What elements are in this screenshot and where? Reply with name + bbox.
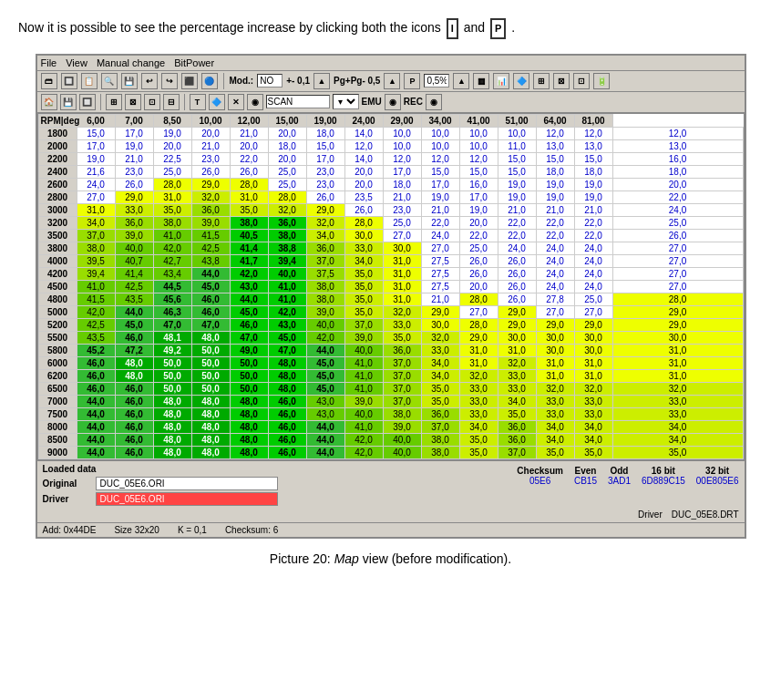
cell-7500-8[interactable]: 38,0 <box>383 407 421 420</box>
cell-5800-5[interactable]: 47,0 <box>268 344 306 356</box>
cell-6500-1[interactable]: 46,0 <box>115 382 153 395</box>
cell-3200-1[interactable]: 36,0 <box>115 216 153 229</box>
cell-1800-12[interactable]: 12,0 <box>536 127 574 139</box>
cell-4200-6[interactable]: 37,5 <box>306 267 344 280</box>
cell-3800-2[interactable]: 42,0 <box>153 242 191 254</box>
cell-4500-5[interactable]: 41,0 <box>268 280 306 293</box>
cell-3200-8[interactable]: 25,0 <box>383 216 421 229</box>
cell-4200-2[interactable]: 43,4 <box>153 267 191 280</box>
cell-2600-4[interactable]: 28,0 <box>230 178 268 190</box>
toolbar-icon-6[interactable]: ↩ <box>141 73 158 89</box>
cell-7500-7[interactable]: 40,0 <box>344 407 383 420</box>
cell-4500-1[interactable]: 42,5 <box>115 280 153 293</box>
cell-1800-11[interactable]: 10,0 <box>498 127 536 139</box>
cell-9000-14[interactable]: 35,0 <box>612 446 743 458</box>
toolbar-icon-2[interactable]: 🔲 <box>61 73 77 89</box>
cell-8000-11[interactable]: 36,0 <box>498 420 536 433</box>
cell-2000-7[interactable]: 12,0 <box>344 139 383 152</box>
cell-2800-2[interactable]: 31,0 <box>153 190 191 203</box>
cell-5000-6[interactable]: 39,0 <box>306 305 344 318</box>
cell-2000-13[interactable]: 13,0 <box>574 139 612 152</box>
cell-8500-10[interactable]: 35,0 <box>459 433 498 446</box>
toolbar2-icon-9[interactable]: 🔷 <box>209 94 225 110</box>
cell-6200-13[interactable]: 31,0 <box>574 369 612 382</box>
cell-5200-13[interactable]: 29,0 <box>574 318 612 331</box>
cell-3200-2[interactable]: 38,0 <box>153 216 191 229</box>
toolbar-icon-t6[interactable]: ⊡ <box>573 73 590 89</box>
cell-9000-3[interactable]: 48,0 <box>191 446 230 458</box>
toolbar-icon-1[interactable]: 🗃 <box>41 73 57 89</box>
cell-1800-9[interactable]: 10,0 <box>421 127 459 139</box>
cell-6200-2[interactable]: 50,0 <box>153 369 191 382</box>
cell-9000-5[interactable]: 46,0 <box>268 446 306 458</box>
cell-1800-4[interactable]: 21,0 <box>230 127 268 139</box>
cell-3500-4[interactable]: 40,5 <box>230 229 268 242</box>
cell-2800-3[interactable]: 32,0 <box>191 190 230 203</box>
cell-3000-13[interactable]: 21,0 <box>574 203 612 216</box>
cell-3000-1[interactable]: 33,0 <box>115 203 153 216</box>
table-row[interactable]: 220019,021,022,523,022,020,017,014,012,0… <box>38 152 743 165</box>
cell-2800-9[interactable]: 19,0 <box>421 190 459 203</box>
cell-7000-3[interactable]: 48,0 <box>191 395 230 407</box>
cell-3500-13[interactable]: 22,0 <box>574 229 612 242</box>
cell-2400-9[interactable]: 15,0 <box>421 165 459 178</box>
cell-4000-9[interactable]: 27,5 <box>421 254 459 267</box>
cell-5500-5[interactable]: 45,0 <box>268 331 306 344</box>
cell-7000-0[interactable]: 44,0 <box>77 395 115 407</box>
cell-4000-5[interactable]: 39,4 <box>268 254 306 267</box>
cell-6000-7[interactable]: 41,0 <box>344 356 383 369</box>
cell-2200-9[interactable]: 12,0 <box>421 152 459 165</box>
cell-4800-10[interactable]: 28,0 <box>459 293 498 305</box>
cell-8000-5[interactable]: 46,0 <box>268 420 306 433</box>
cell-5000-1[interactable]: 44,0 <box>115 305 153 318</box>
toolbar2-icon-3[interactable]: 🔲 <box>79 94 96 110</box>
cell-3200-4[interactable]: 38,0 <box>230 216 268 229</box>
cell-5000-5[interactable]: 42,0 <box>268 305 306 318</box>
cell-4800-9[interactable]: 21,0 <box>421 293 459 305</box>
cell-6500-3[interactable]: 50,0 <box>191 382 230 395</box>
cell-8500-3[interactable]: 48,0 <box>191 433 230 446</box>
cell-2600-8[interactable]: 18,0 <box>383 178 421 190</box>
cell-9000-11[interactable]: 37,0 <box>498 446 536 458</box>
cell-5200-9[interactable]: 30,0 <box>421 318 459 331</box>
cell-8000-13[interactable]: 34,0 <box>574 420 612 433</box>
emu-radio[interactable]: ◉ <box>385 94 401 110</box>
cell-1800-6[interactable]: 18,0 <box>306 127 344 139</box>
cell-3200-11[interactable]: 22,0 <box>498 216 536 229</box>
cell-4000-8[interactable]: 31,0 <box>383 254 421 267</box>
cell-6200-14[interactable]: 31,0 <box>612 369 743 382</box>
cell-2800-6[interactable]: 26,0 <box>306 190 344 203</box>
cell-1800-1[interactable]: 17,0 <box>115 127 153 139</box>
table-row[interactable]: 580045,247,249,250,049,047,044,040,036,0… <box>38 344 743 356</box>
table-row[interactable]: 180015,017,019,020,021,020,018,014,010,0… <box>38 127 743 139</box>
cell-7000-13[interactable]: 33,0 <box>574 395 612 407</box>
cell-6000-6[interactable]: 45,0 <box>306 356 344 369</box>
toolbar2-icon-6[interactable]: ⊡ <box>144 94 160 110</box>
cell-3500-1[interactable]: 39,0 <box>115 229 153 242</box>
cell-3200-0[interactable]: 34,0 <box>77 216 115 229</box>
cell-5200-5[interactable]: 43,0 <box>268 318 306 331</box>
cell-3000-4[interactable]: 35,0 <box>230 203 268 216</box>
table-row[interactable]: 260024,026,028,029,028,025,023,020,018,0… <box>38 178 743 190</box>
scan-dropdown[interactable]: ▾ <box>333 94 359 109</box>
cell-9000-10[interactable]: 35,0 <box>459 446 498 458</box>
mod-input[interactable] <box>257 74 283 88</box>
table-row[interactable]: 750044,046,048,048,048,046,043,040,038,0… <box>38 407 743 420</box>
cell-4500-9[interactable]: 27,5 <box>421 280 459 293</box>
table-row[interactable]: 320034,036,038,039,038,036,032,028,025,0… <box>38 216 743 229</box>
cell-8500-13[interactable]: 34,0 <box>574 433 612 446</box>
cell-5000-13[interactable]: 27,0 <box>574 305 612 318</box>
cell-5000-11[interactable]: 29,0 <box>498 305 536 318</box>
toolbar2-icon-2[interactable]: 💾 <box>60 94 77 110</box>
cell-6500-5[interactable]: 48,0 <box>268 382 306 395</box>
cell-3500-0[interactable]: 37,0 <box>77 229 115 242</box>
cell-5500-4[interactable]: 47,0 <box>230 331 268 344</box>
cell-2200-1[interactable]: 21,0 <box>115 152 153 165</box>
cell-8500-8[interactable]: 40,0 <box>383 433 421 446</box>
cell-1800-7[interactable]: 14,0 <box>344 127 383 139</box>
cell-3000-11[interactable]: 21,0 <box>498 203 536 216</box>
cell-7500-5[interactable]: 46,0 <box>268 407 306 420</box>
cell-5200-4[interactable]: 46,0 <box>230 318 268 331</box>
cell-2000-4[interactable]: 20,0 <box>230 139 268 152</box>
cell-5500-0[interactable]: 43,5 <box>77 331 115 344</box>
